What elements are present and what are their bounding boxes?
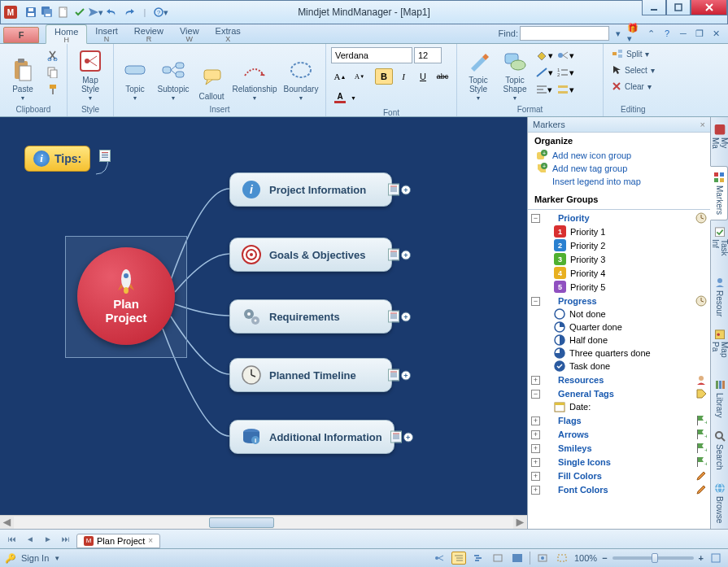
gift-icon[interactable]: 🎁▾	[627, 26, 642, 41]
tab-nav-prev[interactable]: ◄	[23, 533, 37, 546]
tab-review[interactable]: ReviewR	[126, 24, 172, 43]
tab-insert[interactable]: InsertN	[87, 24, 126, 43]
tree-group-header[interactable]: + Flags +	[530, 414, 708, 427]
font-name-select[interactable]	[331, 47, 412, 63]
fit-selection-icon[interactable]	[555, 552, 569, 565]
document-tab[interactable]: M Plan Project ×	[76, 534, 160, 548]
topic-style-button[interactable]: Topic Style▼	[462, 47, 495, 101]
find-options-icon[interactable]: ▾	[611, 26, 626, 41]
group-action-icon[interactable]: +	[695, 456, 707, 468]
tab-view[interactable]: ViewW	[172, 24, 207, 43]
marker-item[interactable]: Not done	[530, 307, 708, 321]
side-tab-task-inf[interactable]: Task Inf	[711, 221, 728, 271]
side-tab-library[interactable]: Library	[711, 373, 728, 424]
subtopic-button[interactable]: Subtopic▼	[155, 47, 192, 101]
new-icon[interactable]	[56, 5, 71, 20]
strikethrough-icon[interactable]: abc	[434, 68, 451, 85]
marker-item[interactable]: 1Priority 1	[530, 225, 708, 238]
topic-note-icon[interactable]	[388, 184, 399, 196]
paste-button[interactable]: Paste▼	[5, 47, 41, 101]
underline-icon[interactable]: U	[414, 68, 432, 85]
tree-group-header[interactable]: − Progress	[530, 294, 708, 307]
marker-item[interactable]: Task done	[530, 360, 708, 373]
side-tab-browse[interactable]: Browse	[711, 477, 728, 529]
topic-node[interactable]: Planned Timeline +	[229, 358, 392, 392]
side-tab-markers[interactable]: Markers	[710, 166, 728, 220]
tree-toggle-icon[interactable]: −	[531, 214, 540, 223]
tree-group-header[interactable]: − Priority	[530, 212, 708, 225]
cut-icon[interactable]	[44, 47, 62, 63]
topic-node[interactable]: i Additional Information +	[229, 420, 395, 454]
group-action-icon[interactable]	[695, 295, 707, 307]
view-outline-icon[interactable]	[451, 552, 466, 565]
save-all-icon[interactable]	[40, 5, 54, 20]
expand-handle[interactable]: +	[401, 185, 411, 194]
view-slide-icon[interactable]	[490, 552, 505, 565]
tree-group-header[interactable]: + Arrows +	[530, 428, 708, 441]
tree-group-header[interactable]: + Fill Colors	[530, 469, 708, 482]
side-tab-my-ma[interactable]: My Ma	[711, 119, 728, 165]
tree-toggle-icon[interactable]: +	[531, 486, 540, 495]
align-icon[interactable]: ▾	[535, 81, 553, 98]
side-tab-resour[interactable]: Resour	[711, 271, 728, 322]
tab-home[interactable]: HomeH	[46, 24, 87, 44]
panel-link[interactable]: +Add new icon group	[534, 149, 704, 162]
panel-close-icon[interactable]: ×	[700, 120, 705, 129]
copy-icon[interactable]	[44, 64, 62, 81]
tree-toggle-icon[interactable]: +	[531, 376, 540, 385]
signin-icon[interactable]: 🔑	[5, 553, 16, 564]
topic-node[interactable]: i Project Information +	[229, 172, 392, 207]
minimize-button[interactable]	[642, 0, 666, 15]
tree-toggle-icon[interactable]: −	[531, 390, 540, 399]
up-icon[interactable]: ⌃	[643, 26, 658, 41]
expand-handle[interactable]: +	[403, 432, 413, 442]
mindmap-canvas[interactable]: i Tips: Plan Project i Project Informati…	[0, 117, 527, 515]
tab-nav-next[interactable]: ►	[41, 533, 55, 546]
panel-link[interactable]: Insert legend into map	[534, 175, 704, 188]
horizontal-scrollbar[interactable]: ◄ ►	[0, 515, 527, 529]
bold-icon[interactable]: B	[375, 68, 393, 85]
expand-handle[interactable]: +	[401, 312, 411, 321]
mdi-minimize-icon[interactable]: ─	[676, 26, 691, 41]
group-action-icon[interactable]	[695, 470, 707, 482]
marker-item[interactable]: Date:	[530, 400, 708, 413]
view-gantt-icon[interactable]	[471, 552, 486, 565]
find-input[interactable]	[520, 26, 609, 41]
tree-toggle-icon[interactable]: −	[531, 297, 540, 306]
zoom-out-icon[interactable]: −	[602, 553, 607, 563]
topic-note-icon[interactable]	[388, 311, 399, 323]
marker-item[interactable]: Half done	[530, 334, 708, 347]
view-walk-icon[interactable]	[510, 552, 525, 565]
tree-group-header[interactable]: − General Tags	[530, 387, 708, 400]
doc-tab-close-icon[interactable]: ×	[148, 536, 153, 545]
map-style-button[interactable]: Map Style▼	[72, 47, 108, 101]
tree-group-header[interactable]: + Smileys +	[530, 442, 708, 455]
tree-toggle-icon[interactable]: +	[531, 444, 540, 453]
shrink-font-icon[interactable]: A▼	[351, 68, 368, 85]
tree-toggle-icon[interactable]: +	[531, 417, 540, 425]
topic-button[interactable]: Topic▼	[119, 47, 151, 101]
tree-toggle-icon[interactable]: +	[531, 458, 540, 467]
numbering-icon[interactable]: 12▾	[556, 64, 574, 81]
topic-note-icon[interactable]	[390, 431, 402, 443]
font-color-dropdown[interactable]: ▼	[351, 95, 356, 101]
tree-group-header[interactable]: + Resources	[530, 373, 708, 386]
check-icon[interactable]	[72, 5, 87, 20]
grow-font-icon[interactable]: A▲	[331, 68, 349, 85]
font-color-icon[interactable]: A	[331, 89, 349, 106]
fill-color-icon[interactable]: ▾	[535, 47, 553, 63]
topic-node[interactable]: Requirements +	[229, 299, 392, 334]
expand-handle[interactable]: +	[401, 370, 411, 380]
format-painter-icon[interactable]	[44, 81, 62, 98]
group-action-icon[interactable]	[695, 374, 707, 386]
group-action-icon[interactable]	[695, 212, 707, 224]
side-tab-map-pa[interactable]: Map Pa	[711, 324, 728, 373]
italic-icon[interactable]: I	[395, 68, 412, 85]
tab-nav-first[interactable]: ⏮	[5, 533, 20, 546]
help-icon[interactable]: ?	[660, 26, 674, 41]
boundary-button[interactable]: Boundary▼	[281, 47, 320, 101]
split-button[interactable]: Split ▾	[608, 47, 658, 60]
view-map-icon[interactable]	[432, 552, 447, 565]
send-icon[interactable]: ▾	[89, 5, 103, 20]
tab-extras[interactable]: ExtrasX	[207, 24, 249, 43]
